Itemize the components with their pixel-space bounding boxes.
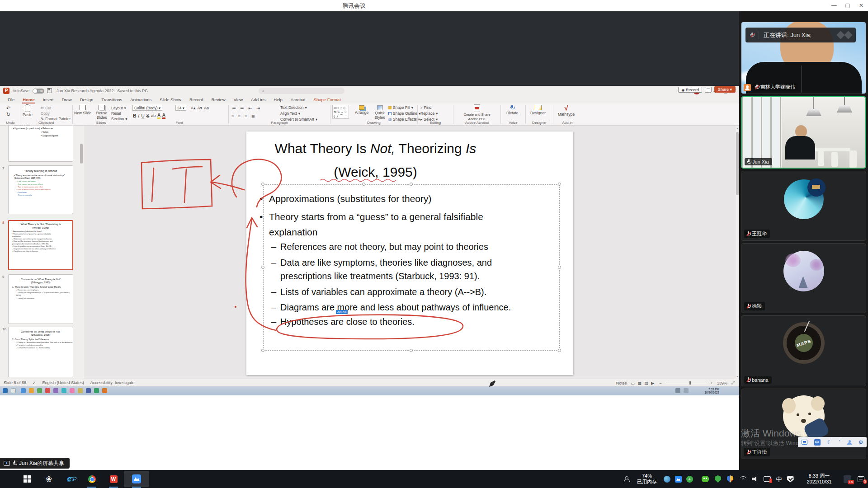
comments-button[interactable] bbox=[705, 87, 712, 93]
undo-icon[interactable]: ↶ bbox=[6, 105, 10, 111]
menu-tab[interactable]: Help bbox=[269, 96, 287, 103]
menu-tab[interactable]: Review bbox=[208, 96, 230, 103]
menu-tab[interactable]: Add-ins bbox=[247, 96, 269, 103]
slide-text-line[interactable]: explanation bbox=[246, 227, 573, 238]
keyboard-icon[interactable] bbox=[802, 440, 807, 445]
display-alert-icon[interactable]: ! bbox=[761, 470, 773, 488]
close-button[interactable]: ✕ bbox=[854, 0, 868, 11]
replace-button[interactable]: Replace▾ bbox=[420, 111, 438, 116]
find-button[interactable]: ⌕Find bbox=[420, 105, 431, 110]
zoom-slider-knob[interactable] bbox=[689, 381, 691, 385]
menu-tab[interactable]: Record bbox=[185, 96, 208, 103]
chrome-icon[interactable] bbox=[85, 470, 99, 488]
scrollbar-thumb[interactable] bbox=[736, 132, 739, 195]
shape-outline-button[interactable]: Shape Outline▾ bbox=[388, 111, 420, 116]
internet-explorer-icon[interactable]: e▸ bbox=[63, 470, 79, 488]
arrange-button[interactable]: Arrange bbox=[355, 105, 368, 115]
menu-tab[interactable]: Shape Format bbox=[310, 96, 345, 103]
slide-text-line[interactable]: –Hypotheses are close to theories. bbox=[246, 317, 573, 327]
text-direction-button[interactable]: Text Direction▾ bbox=[280, 105, 307, 110]
clock[interactable]: 8:33 周一2022/10/31 bbox=[798, 470, 840, 488]
menu-tab[interactable]: Home bbox=[19, 96, 38, 103]
accessibility-status[interactable]: Accessibility: Investigate bbox=[90, 380, 135, 385]
minimize-button[interactable]: — bbox=[827, 0, 841, 11]
slide-text-line[interactable]: –Lists of variables can approximate a th… bbox=[246, 287, 573, 297]
panel-scrollbar[interactable] bbox=[80, 126, 83, 379]
align-buttons[interactable]: ≡ ≡ ≡ ≣ bbox=[231, 113, 256, 118]
volume-icon[interactable] bbox=[749, 470, 761, 488]
redo-icon[interactable]: ↻ bbox=[6, 112, 10, 117]
ime-language-icon[interactable]: 中 bbox=[814, 439, 821, 446]
slide-thumbnail-10[interactable]: Comments on “What Theory is Not”(DiMaggi… bbox=[8, 327, 73, 377]
menu-tab[interactable]: Transitions bbox=[97, 96, 126, 103]
zoom-slider[interactable] bbox=[666, 383, 707, 383]
slide-text-line[interactable]: prescriptions like treatments (Starbuck,… bbox=[246, 271, 573, 282]
slide-thumbnail-7[interactable]: Theory building is difficult • “Theory e… bbox=[8, 165, 73, 214]
wechat-icon[interactable] bbox=[700, 470, 711, 488]
zoom-level[interactable]: 139% bbox=[717, 381, 727, 385]
bold-button[interactable]: B bbox=[133, 113, 137, 118]
wifi-icon[interactable] bbox=[737, 470, 749, 488]
autosave-toggle[interactable]: On bbox=[33, 89, 44, 94]
menu-tab[interactable]: Acrobat bbox=[287, 96, 310, 103]
moon-icon[interactable]: ☾ bbox=[827, 440, 832, 445]
save-icon[interactable] bbox=[47, 88, 52, 93]
shield-icon[interactable] bbox=[712, 470, 723, 488]
dictate-button[interactable]: Dictate bbox=[506, 105, 518, 115]
hidden-icons-button[interactable] bbox=[621, 470, 632, 488]
reuse-slides-button[interactable]: Reuse Slides bbox=[94, 105, 109, 120]
video-tile-1[interactable]: 正在讲话: Jun Xia; 吉林大学鞠晓伟 bbox=[741, 22, 866, 94]
ime-mode-indicator[interactable]: 中 bbox=[774, 470, 784, 488]
shrink-font-button[interactable]: A▾ bbox=[198, 106, 203, 110]
slide-text-line[interactable]: –Data are like symptoms, theories like d… bbox=[246, 258, 573, 268]
slide-text-line[interactable]: •Approximations (substitutes for theory) bbox=[246, 193, 573, 204]
memory-usage-indicator[interactable]: 74%已用内存 bbox=[633, 470, 661, 488]
menu-tab[interactable]: Draw bbox=[57, 96, 75, 103]
underline-button[interactable]: U bbox=[141, 113, 144, 118]
shape-fill-button[interactable]: Shape Fill▾ bbox=[388, 105, 413, 110]
scroll-up-icon[interactable]: ▴ bbox=[736, 127, 739, 130]
zoom-in-button[interactable]: + bbox=[711, 381, 713, 385]
font-name-select[interactable]: Calibri (Body) ▾ bbox=[132, 105, 162, 111]
maximize-button[interactable]: ▢ bbox=[841, 0, 854, 11]
slide-thumbnail-8-selected[interactable]: What Theory Is Not, Theorizing Is(Weick,… bbox=[8, 220, 73, 270]
menu-tab[interactable]: Animations bbox=[126, 96, 156, 103]
share-button[interactable]: Share ▾ bbox=[714, 86, 736, 93]
new-slide-button[interactable]: New Slide bbox=[74, 105, 91, 115]
app-badge-icon[interactable]: 15 bbox=[841, 470, 854, 488]
menu-tab[interactable]: Design bbox=[76, 96, 98, 103]
grow-font-button[interactable]: A▴ bbox=[191, 106, 196, 110]
antivirus-plus-icon[interactable]: + bbox=[684, 470, 695, 488]
record-button[interactable]: ◉ Record bbox=[678, 87, 702, 93]
search-input[interactable]: ⌕ bbox=[259, 88, 344, 94]
slide-text-line[interactable]: •Theory starts from a “guess” to a gener… bbox=[246, 211, 573, 222]
scroll-down-icon[interactable]: ▾ bbox=[736, 375, 739, 378]
mathtype-button[interactable]: √ MathType bbox=[558, 104, 575, 117]
menu-tab[interactable]: Slide Show bbox=[156, 96, 185, 103]
align-text-button[interactable]: Align Text▾ bbox=[280, 111, 300, 116]
video-tile-6[interactable]: 丁诗怡 bbox=[741, 389, 866, 459]
punctuation-icon[interactable]: ’ bbox=[839, 440, 840, 445]
menu-tab[interactable]: View bbox=[230, 96, 247, 103]
paste-button[interactable]: Paste bbox=[23, 105, 33, 117]
start-button[interactable] bbox=[21, 470, 33, 488]
video-tile-5[interactable]: MAPS banana bbox=[741, 315, 866, 386]
designer-button[interactable]: Designer bbox=[530, 105, 546, 115]
shapes-gallery[interactable]: ▭○△◇ ⇆⇅→☆ { } ⌒ ─ bbox=[332, 105, 349, 119]
quick-styles-button[interactable]: Quick Styles bbox=[373, 105, 387, 120]
spellcheck-icon[interactable]: ✓ bbox=[33, 380, 36, 385]
zoom-out-button[interactable]: − bbox=[659, 381, 661, 385]
slide-thumbnail-6[interactable]: • Abstract• Introduction• Literature rev… bbox=[8, 126, 73, 162]
person-icon[interactable] bbox=[847, 440, 852, 445]
app-360-icon[interactable]: ❀ bbox=[42, 470, 55, 488]
menu-tab[interactable]: File bbox=[4, 96, 19, 103]
character-spacing-button[interactable]: ab bbox=[151, 113, 156, 118]
reset-button[interactable]: Reset bbox=[111, 111, 121, 116]
font-size-select[interactable]: 24 ▾ bbox=[175, 105, 186, 111]
slide-text-line[interactable]: –References are not theory, but may poin… bbox=[246, 242, 573, 252]
view-switcher-icons[interactable]: ▭ ▦ ▤ ▶ bbox=[631, 381, 655, 385]
strikethrough-button[interactable]: S bbox=[146, 113, 150, 118]
menu-tab[interactable]: Insert bbox=[39, 96, 58, 103]
security-check-icon[interactable] bbox=[785, 470, 796, 488]
list-buttons[interactable]: ≔ ≕ ⇤ ⇥ bbox=[231, 106, 261, 111]
